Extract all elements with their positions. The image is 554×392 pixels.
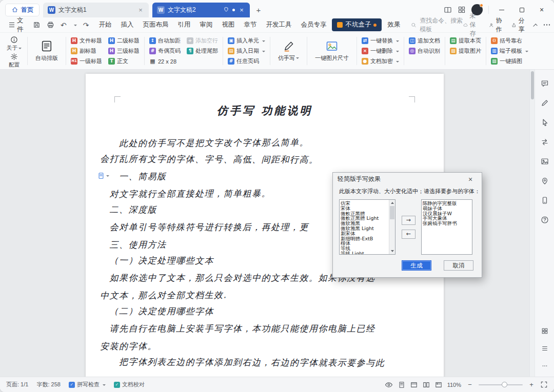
- font-list-item[interactable]: 仿宋: [341, 201, 394, 206]
- new-tab-button[interactable]: +: [253, 4, 264, 15]
- heading1-button[interactable]: H1一级标题: [69, 56, 104, 66]
- menu-tab[interactable]: 开发工具: [261, 18, 296, 31]
- zoom-slider-knob[interactable]: [502, 382, 507, 387]
- menu-tab[interactable]: 视图: [217, 18, 239, 31]
- print-layout-icon[interactable]: [410, 381, 418, 388]
- images-panel-button[interactable]: [539, 156, 551, 167]
- file-menu-button[interactable]: 文件: [5, 15, 31, 35]
- undo-dropdown-caret[interactable]: [74, 25, 77, 28]
- body-text-button[interactable]: T正文: [107, 56, 141, 66]
- compare-button[interactable]: [539, 136, 551, 148]
- word-count[interactable]: 字数: 258: [36, 381, 60, 388]
- tab-close-icon[interactable]: ×: [238, 6, 245, 14]
- menu-tab[interactable]: 页面布局: [138, 18, 173, 31]
- one-click-replace-button[interactable]: ⇄一键替换: [360, 36, 401, 46]
- more-options-icon[interactable]: [544, 24, 545, 26]
- tab-close-icon[interactable]: ×: [137, 6, 144, 14]
- process-tail-button[interactable]: ¶处理尾部: [185, 46, 220, 56]
- spellcheck-button[interactable]: ✓ 拼写检查: [69, 381, 106, 388]
- append-doc-button[interactable]: ◫追加文档: [407, 36, 442, 46]
- font-list-item[interactable]: 汉仪晨妹子W: [423, 211, 471, 216]
- margin-note-button[interactable]: [97, 172, 109, 179]
- font-list-item[interactable]: 宋体: [341, 206, 394, 211]
- collaborate-button[interactable]: 协作: [489, 16, 504, 34]
- scrollbar-thumb[interactable]: [531, 71, 534, 99]
- collapse-ribbon-icon[interactable]: [533, 24, 538, 28]
- generate-button[interactable]: 生成: [402, 260, 431, 271]
- menu-tab-bukeng-box[interactable]: 不坑盒子: [332, 18, 382, 31]
- columns-view-icon[interactable]: [423, 381, 430, 388]
- mobile-view-button[interactable]: [539, 195, 551, 206]
- undo-icon[interactable]: ↶: [61, 22, 67, 29]
- font-list-item[interactable]: 楷体: [341, 241, 394, 246]
- proofread-button[interactable]: ✓ 文档校对: [114, 381, 145, 388]
- vertical-scrollbar[interactable]: [529, 70, 535, 377]
- move-left-button[interactable]: ←: [402, 230, 416, 239]
- menu-tab[interactable]: 审阅: [195, 18, 217, 31]
- eye-protect-icon[interactable]: [385, 381, 393, 389]
- odd-even-page-button[interactable]: #奇偶页码: [148, 46, 182, 56]
- cancel-button[interactable]: 取消: [444, 260, 473, 271]
- auto-detect-button[interactable]: ◎自动识别: [407, 46, 442, 56]
- menu-tab[interactable]: 章节: [239, 18, 261, 31]
- zoom-slider[interactable]: [479, 384, 523, 385]
- save-icon[interactable]: [33, 21, 41, 29]
- navigation-button[interactable]: [539, 175, 551, 187]
- scroll-down-icon[interactable]: [389, 249, 395, 254]
- apps-panel-button[interactable]: [539, 325, 551, 337]
- split-view-icon[interactable]: [444, 6, 452, 14]
- any-page-number-button[interactable]: #任意页码: [226, 56, 267, 66]
- font-list-item[interactable]: 等线 Light: [341, 251, 394, 255]
- auto-layout-button[interactable]: 自动排版: [31, 35, 63, 67]
- font-list-item[interactable]: 微軟正黑體 Light: [341, 216, 394, 221]
- help-button[interactable]: [539, 214, 551, 225]
- user-avatar[interactable]: [471, 4, 483, 15]
- insert-picture-button[interactable]: ▧一键插图: [489, 56, 530, 66]
- font-list-item[interactable]: 微软雅黑 Light: [341, 226, 394, 231]
- font-list-item[interactable]: 萌妹子体: [423, 206, 471, 211]
- add-blank-line-button[interactable]: +添加空行: [185, 36, 220, 46]
- share-button[interactable]: 分享: [511, 16, 527, 34]
- zoom-out-button[interactable]: −: [466, 381, 473, 388]
- menu-tab[interactable]: 引用: [173, 18, 195, 31]
- print-icon[interactable]: [47, 21, 54, 29]
- zoom-level[interactable]: 110%: [447, 382, 461, 388]
- font-list-item[interactable]: 微軟正黑體: [341, 211, 394, 216]
- list-scrollbar[interactable]: [389, 200, 395, 254]
- insert-cell-button[interactable]: ▣插入单元: [226, 36, 267, 46]
- subtitle-button[interactable]: H副标题: [69, 46, 104, 56]
- redo-icon[interactable]: ↷: [83, 22, 89, 29]
- zoom-in-button[interactable]: +: [528, 381, 535, 388]
- grid-size-button[interactable]: ▦22 x 28: [148, 56, 182, 66]
- handwriting-button[interactable]: 仿手写: [273, 35, 304, 67]
- more-panels-button[interactable]: [539, 360, 551, 372]
- dialog-titlebar[interactable]: 轻简版手写效果 ×: [333, 173, 482, 185]
- heading3-button[interactable]: H三级标题: [107, 46, 141, 56]
- menu-tab[interactable]: 开始: [94, 18, 116, 31]
- insert-date-button[interactable]: ▤插入日期: [226, 46, 267, 56]
- dialog-close-button[interactable]: ×: [464, 175, 477, 183]
- bracket-right-button[interactable]: ()括号靠右: [489, 36, 530, 46]
- font-list-item[interactable]: 张婉镜手写胖书: [423, 221, 471, 226]
- encrypt-doc-button[interactable]: ●文档加密: [360, 56, 401, 66]
- outline-panel-button[interactable]: [539, 343, 551, 354]
- edit-tools-button[interactable]: [539, 97, 551, 109]
- move-right-button[interactable]: →: [402, 216, 416, 225]
- selected-fonts-list[interactable]: 陈静的字完整版萌妹子体汉仪晨妹子W手写大象体张婉镜手写胖书: [421, 199, 472, 255]
- scroll-up-icon[interactable]: [389, 200, 395, 205]
- menu-tab[interactable]: 会员专享: [296, 18, 331, 31]
- extract-page-button[interactable]: ▤提取本页: [448, 36, 483, 46]
- tab-document-2-active[interactable]: W 文字文稿2 ×: [152, 3, 250, 17]
- image-size-button[interactable]: 一键图片尺寸: [310, 35, 353, 67]
- select-tool-button[interactable]: [539, 117, 551, 128]
- search-field[interactable]: 查找命令、搜索模板: [411, 16, 463, 34]
- fullscreen-icon[interactable]: [540, 381, 548, 388]
- menu-tab[interactable]: 插入: [116, 18, 138, 31]
- font-list-item[interactable]: 新宋体: [341, 231, 394, 236]
- font-list-item[interactable]: 新细明體-ExtB: [341, 236, 394, 241]
- extract-images-button[interactable]: ▧提取图片: [448, 46, 483, 56]
- page-view-icon[interactable]: [398, 381, 405, 388]
- web-layout-icon[interactable]: [435, 381, 442, 388]
- heading2-button[interactable]: H二级标题: [107, 36, 141, 46]
- font-list-item[interactable]: 等线: [341, 246, 394, 251]
